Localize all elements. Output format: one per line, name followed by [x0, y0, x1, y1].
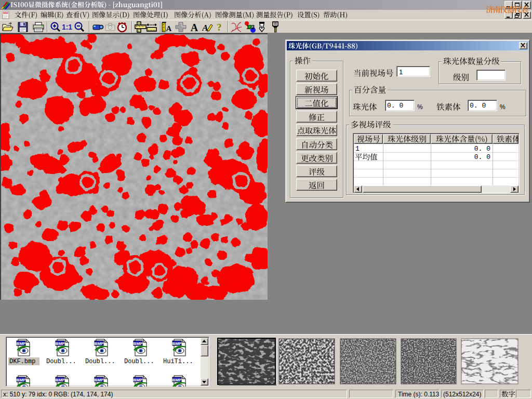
- svg-text:BMP: BMP: [17, 341, 26, 346]
- svg-text:A: A: [166, 24, 172, 33]
- svg-text:BMP: BMP: [95, 341, 104, 346]
- svg-text:?: ?: [217, 22, 222, 33]
- svg-text:1:1: 1:1: [62, 23, 72, 31]
- svg-text:BMP: BMP: [95, 378, 104, 382]
- svg-text:BMP: BMP: [56, 341, 65, 346]
- svg-text:BMP: BMP: [56, 378, 65, 382]
- svg-text:BMP: BMP: [172, 341, 182, 346]
- svg-text:BMP: BMP: [134, 341, 143, 346]
- svg-text:BMP: BMP: [17, 378, 26, 382]
- svg-text:BMP: BMP: [134, 378, 143, 382]
- svg-text:DOC: DOC: [3, 11, 9, 15]
- svg-text:BMP: BMP: [172, 378, 182, 382]
- svg-text:3: 3: [251, 24, 255, 30]
- svg-text:A: A: [191, 22, 198, 33]
